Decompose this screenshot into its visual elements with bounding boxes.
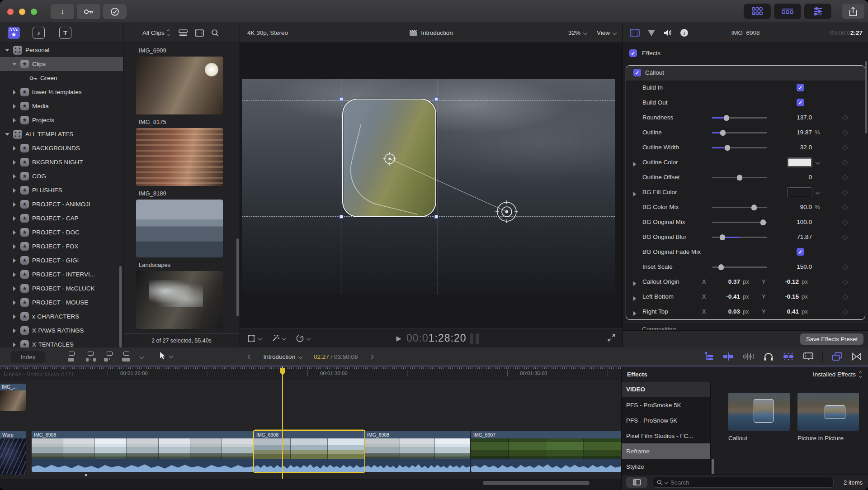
connected-clip[interactable]: IMG_... (0, 384, 26, 411)
sidebar-item-project-mouse[interactable]: ★PROJECT - MOUSE (0, 295, 123, 309)
timeline-clip-img-6908-1[interactable]: IMG_6908 (32, 431, 254, 472)
x-value[interactable]: 0.37 (710, 278, 740, 285)
color-swatch-outline-color[interactable] (787, 157, 812, 167)
show-timeline-button[interactable] (774, 4, 801, 19)
disclosure-right-icon[interactable] (12, 146, 17, 151)
inspector-scrollbar[interactable] (865, 61, 867, 133)
sidebar-item-project-mccluck[interactable]: ★PROJECT - McCLUCK (0, 281, 123, 295)
clip-thumbnail-img-8175[interactable] (136, 128, 223, 186)
show-inspector-button[interactable] (804, 4, 831, 19)
sidebar-item-cog[interactable]: ★COG (0, 169, 123, 183)
timeline-clip-img-6907-4[interactable]: IMG_6907 (471, 431, 621, 472)
sidebar-item-personal[interactable]: ★★★★Personal (0, 43, 123, 57)
sidebar-item-project-doc[interactable]: ★PROJECT - DOC (0, 225, 123, 239)
sidebar-item-project-animoji[interactable]: ★PROJECT - ANIMOJI (0, 197, 123, 211)
color-swatch-bg-fill-color[interactable] (787, 187, 812, 197)
snapping-icon[interactable] (783, 352, 794, 361)
slider-thumb[interactable] (725, 145, 730, 151)
keyframe-diamond-icon[interactable] (842, 160, 848, 166)
zoom-button[interactable] (31, 9, 37, 15)
minimize-button[interactable] (19, 9, 25, 15)
sidebar-item-green[interactable]: Green (0, 71, 123, 85)
disclosure-right-icon[interactable] (12, 328, 17, 333)
x-value[interactable]: 0.03 (710, 308, 740, 315)
next-project-icon[interactable] (369, 354, 373, 359)
x-value[interactable]: -0.41 (710, 293, 740, 300)
effect-card-callout[interactable]: Callout (728, 393, 790, 442)
keyframe-diamond-icon[interactable] (842, 175, 848, 181)
keyframe-diamond-icon[interactable] (842, 234, 848, 240)
keyword-editor-button[interactable] (77, 4, 100, 19)
sidebar-item-projects[interactable]: ★Projects (0, 113, 123, 127)
disclosure-right-icon[interactable] (12, 244, 17, 249)
disclosure-right-icon[interactable] (633, 160, 636, 168)
list-view-button[interactable] (179, 29, 188, 37)
solo-icon[interactable] (743, 352, 755, 361)
slider-bg-original-blur[interactable] (712, 237, 767, 238)
playhead[interactable] (282, 366, 283, 479)
share-button[interactable] (842, 4, 864, 19)
checkbox-callout[interactable]: ✓ (633, 69, 641, 76)
slider-thumb[interactable] (751, 205, 757, 210)
clip-filter-dropdown[interactable]: All Clips (142, 29, 170, 36)
search-button[interactable] (211, 29, 219, 37)
slider-outline-width[interactable] (712, 147, 767, 148)
effects-search-field[interactable] (653, 477, 834, 488)
disclosure-right-icon[interactable] (12, 286, 17, 291)
disclosure-down-icon[interactable] (5, 133, 10, 136)
slider-thumb[interactable] (718, 264, 724, 270)
sidebar-item-project-gigi[interactable]: ★PROJECT - GIGI (0, 253, 123, 267)
sidebar-item-project-cap[interactable]: ★PROJECT - CAP (0, 211, 123, 225)
sidebar-item-all-templates[interactable]: ★★★★ALL TEMPLATES (0, 127, 123, 141)
chevron-down-icon[interactable] (816, 190, 820, 195)
chevron-down-icon[interactable] (816, 160, 820, 165)
media-libraries-icon[interactable]: ★ (8, 27, 20, 39)
play-icon[interactable]: ▶ (396, 334, 402, 343)
installed-effects-dropdown[interactable]: Installed Effects (813, 371, 862, 378)
sidebar-item-x-tentacles[interactable]: ★X-TENTACLES (0, 338, 123, 347)
effect-card-picture-in-picture[interactable]: Picture in Picture (797, 393, 859, 442)
clip-appearance-icon[interactable] (803, 352, 813, 361)
effects-category-reframe[interactable]: Reframe (622, 443, 710, 459)
callout-origin-crosshair[interactable] (383, 152, 396, 166)
effects-section-video[interactable]: VIDEO (622, 382, 710, 397)
effects-category-pfs-prosmoke-5k[interactable]: PFS - ProSmoke 5K (622, 397, 710, 413)
y-value[interactable]: -0.15 (769, 293, 799, 300)
slider-outline-offset[interactable] (712, 177, 767, 178)
disclosure-right-icon[interactable] (12, 160, 17, 165)
keyframe-diamond-icon[interactable] (842, 309, 848, 315)
sidebar-item-x-paws-ratings[interactable]: ★X-PAWS RATINGS (0, 323, 123, 338)
show-browser-button[interactable] (744, 4, 771, 19)
keyframe-diamond-icon[interactable] (842, 219, 848, 225)
browser-scrollbar[interactable] (236, 238, 239, 316)
slider-thumb[interactable] (720, 130, 726, 136)
sidebar-item-plushies[interactable]: ★PLUSHIES (0, 183, 123, 197)
timeline-clip-img-6908-3[interactable]: IMG_6908 (365, 431, 470, 472)
timeline-clip-img-6908-2[interactable]: IMG_6908 (254, 431, 364, 472)
audio-skimming-icon[interactable] (723, 352, 734, 361)
timeline-marker[interactable] (85, 474, 87, 476)
disclosure-right-icon[interactable] (12, 104, 17, 109)
save-effects-preset-button[interactable]: Save Effects Preset (800, 333, 863, 345)
sidebar-item-backgrounds[interactable]: ★BACKGROUNDS (0, 141, 123, 155)
checkbox-build-in[interactable]: ✓ (797, 84, 804, 91)
slider-bg-color-mix[interactable] (712, 207, 767, 208)
close-button[interactable] (7, 9, 14, 15)
clip-thumbnail-landscapes[interactable] (136, 271, 223, 329)
disclosure-right-icon[interactable] (12, 90, 17, 95)
timeline-ruler[interactable]: English - United States (ITT) 00:01:25:0… (0, 366, 621, 380)
previous-project-icon[interactable] (248, 354, 252, 359)
effects-category-stylize[interactable]: Stylize (622, 459, 710, 474)
filmstrip-view-button[interactable] (195, 29, 204, 37)
background-tasks-button[interactable] (103, 4, 127, 19)
sidebar-item-bkgrnds-night[interactable]: ★BKGRNDS NIGHT (0, 155, 123, 169)
keyframe-diamond-icon[interactable] (842, 279, 848, 285)
checkbox-effects[interactable]: ✓ (629, 49, 637, 57)
clip-thumbnail-img-6909[interactable] (136, 57, 223, 114)
disclosure-down-icon[interactable] (12, 63, 17, 66)
disclosure-right-icon[interactable] (633, 295, 636, 303)
disclosure-right-icon[interactable] (633, 309, 636, 318)
timeline-project-dropdown[interactable]: Introduction (263, 353, 302, 360)
slider-thumb[interactable] (737, 175, 742, 181)
photos-audio-icon[interactable]: ♪ (33, 27, 45, 39)
